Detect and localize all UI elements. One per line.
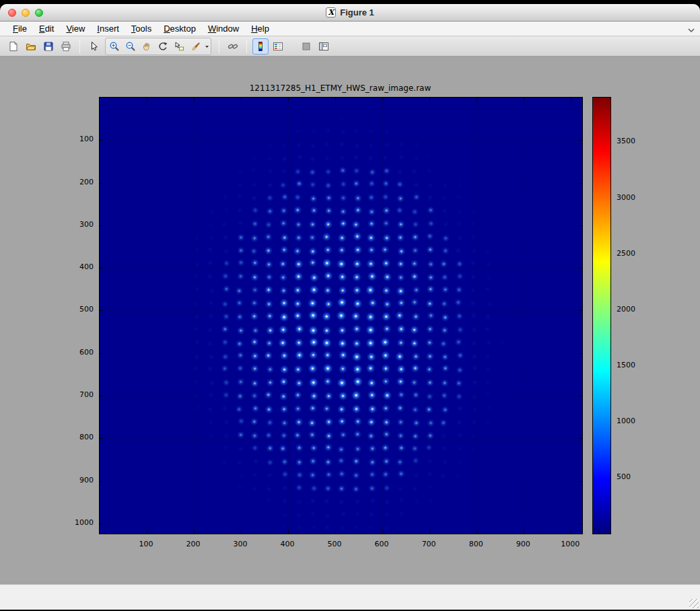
save-figure-button[interactable]	[40, 38, 57, 55]
window-title-group: X Figure 1	[326, 7, 374, 17]
colorbar-tick-label: 2500	[617, 249, 650, 258]
y-tick-label: 700	[61, 390, 94, 399]
zoom-out-button[interactable]	[123, 38, 139, 55]
colorbar-tick-label: 500	[617, 472, 650, 481]
colorbar-tick-label: 1000	[617, 417, 650, 425]
zoom-in-button[interactable]	[106, 38, 123, 55]
menu-view[interactable]: View	[60, 22, 91, 35]
x-tick-label: 1000	[555, 540, 585, 548]
menu-edit[interactable]: Edit	[33, 22, 60, 35]
x-tick-label: 100	[131, 540, 161, 548]
y-tick-label: 400	[61, 262, 94, 271]
y-tick-label: 900	[61, 476, 94, 484]
menu-window[interactable]: Window	[202, 22, 245, 35]
y-tick-label: 600	[61, 348, 94, 357]
toolbar-separator	[219, 40, 219, 53]
window-title: Figure 1	[340, 7, 374, 17]
menu-tools[interactable]: Tools	[125, 22, 158, 35]
close-button[interactable]	[8, 9, 16, 17]
menu-file[interactable]: File	[7, 22, 33, 35]
resize-grip[interactable]	[689, 599, 699, 608]
print-figure-button[interactable]	[58, 38, 74, 55]
y-tick-label: 300	[61, 220, 94, 229]
new-figure-button[interactable]	[5, 38, 22, 55]
show-plot-tools-button[interactable]	[316, 38, 332, 55]
colorbar	[592, 97, 611, 534]
colorbar-tick-label: 2000	[617, 305, 650, 314]
window-controls	[8, 9, 43, 17]
link-plot-button[interactable]	[225, 38, 241, 55]
insert-legend-button[interactable]	[270, 38, 286, 55]
menu-bar: FileEditViewInsertToolsDesktopWindowHelp	[0, 22, 700, 36]
menu-help[interactable]: Help	[245, 22, 275, 35]
data-cursor-button[interactable]	[171, 38, 187, 55]
x-tick-label: 300	[225, 540, 255, 548]
x-tick-label: 600	[367, 540, 396, 548]
plot-axes	[99, 97, 583, 534]
menubar-overflow-chevron[interactable]	[688, 26, 695, 36]
toolbar-separator	[246, 40, 247, 53]
hartmann-spot-image[interactable]	[100, 98, 582, 534]
colorbar-tick-label: 1500	[617, 361, 650, 369]
brush-data-button[interactable]	[187, 38, 203, 55]
y-tick-label: 1000	[61, 518, 94, 527]
zoom-button[interactable]	[35, 9, 43, 17]
x11-icon: X	[326, 7, 336, 17]
y-tick-label: 200	[61, 178, 94, 186]
colorbar-tick-label: 3500	[617, 137, 650, 145]
title-bar[interactable]: X Figure 1	[0, 4, 700, 22]
y-tick-label: 100	[61, 135, 94, 143]
status-bar	[0, 584, 700, 610]
x-tick-label: 800	[461, 540, 491, 548]
open-file-button[interactable]	[23, 38, 39, 55]
hide-plot-tools-button[interactable]	[298, 38, 314, 55]
y-tick-label: 500	[61, 305, 94, 314]
edit-plot-button[interactable]	[85, 38, 102, 55]
pan-button[interactable]	[139, 38, 155, 55]
figure-window: X Figure 1 FileEditViewInsertToolsDeskto…	[0, 4, 700, 610]
plot-tools-group	[105, 38, 211, 55]
rotate-3d-button[interactable]	[155, 38, 171, 55]
y-tick-label: 800	[61, 433, 94, 441]
x-tick-label: 900	[508, 540, 538, 548]
minimize-button[interactable]	[22, 9, 30, 17]
insert-colorbar-button[interactable]	[252, 38, 269, 55]
plot-title: 1211317285_H1_ETMY_HWS_raw_image.raw	[99, 83, 582, 93]
menu-insert[interactable]: Insert	[91, 22, 125, 35]
toolbar-separator	[79, 40, 80, 53]
x-tick-label: 400	[273, 540, 302, 548]
x-tick-label: 200	[178, 540, 208, 548]
figure-toolbar	[0, 36, 700, 57]
menu-desktop[interactable]: Desktop	[158, 22, 202, 35]
x-tick-label: 500	[320, 540, 349, 548]
x-tick-label: 700	[414, 540, 444, 548]
brush-dropdown-caret[interactable]	[203, 38, 210, 55]
figure-canvas-area: 1211317285_H1_ETMY_HWS_raw_image.raw 100…	[0, 57, 700, 584]
colorbar-tick-label: 3000	[617, 193, 650, 202]
